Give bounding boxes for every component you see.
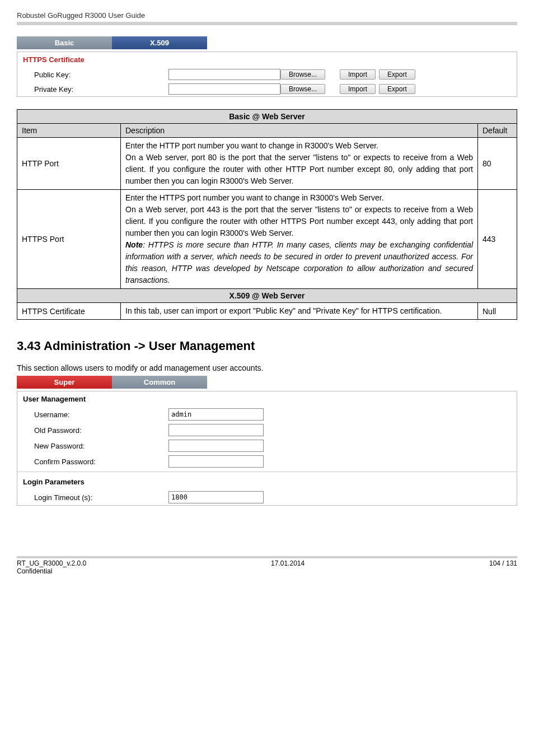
new-pw-row: New Password: [17, 438, 517, 454]
https-cert-desc: In this tab, user can import or export "… [121, 303, 478, 320]
user-mgmt-panel: User Management Username: Old Password: … [17, 391, 517, 506]
page-footer: RT_UG_R3000_v.2.0.0 Confidential 17.01.2… [17, 556, 517, 575]
confirm-password-input[interactable] [168, 455, 264, 468]
private-export-button[interactable]: Export [379, 84, 415, 94]
private-key-row: Private Key: Browse... Import Export [17, 82, 517, 96]
footer-doc-id: RT_UG_R3000_v.2.0.0 [17, 559, 86, 567]
confirm-pw-row: Confirm Password: [17, 454, 517, 469]
login-timeout-input[interactable] [168, 491, 264, 503]
table-header-main: Basic @ Web Server [17, 110, 517, 124]
private-import-button[interactable]: Import [340, 84, 376, 94]
col-default: Default [478, 124, 517, 138]
http-port-desc: Enter the HTTP port number you want to c… [121, 138, 478, 190]
timeout-row: Login Timeout (s): [17, 489, 517, 505]
cert-tabs: Basic X.509 [17, 36, 517, 49]
login-params-title: Login Parameters [17, 474, 517, 489]
footer-page: 104 / 131 [489, 559, 517, 575]
section-intro: This section allows users to modify or a… [17, 363, 517, 372]
https-port-item: HTTPS Port [17, 190, 121, 289]
doc-header: Robustel GoRugged R3000 User Guide [17, 11, 517, 25]
timeout-label: Login Timeout (s): [34, 493, 168, 502]
https-note-text: : HTTPS is more secure than HTTP. In man… [125, 240, 473, 284]
old-password-input[interactable] [168, 424, 264, 436]
username-row: Username: [17, 407, 517, 422]
footer-confidential: Confidential [17, 567, 52, 575]
public-key-row: Public Key: Browse... Import Export [17, 67, 517, 82]
public-browse-button[interactable]: Browse... [280, 69, 325, 80]
public-export-button[interactable]: Export [379, 69, 415, 80]
tab-x509[interactable]: X.509 [112, 36, 207, 49]
http-port-item: HTTP Port [17, 138, 121, 190]
username-label: Username: [34, 410, 168, 419]
new-pw-label: New Password: [34, 442, 168, 450]
tab-common[interactable]: Common [112, 376, 207, 389]
https-port-default: 443 [478, 190, 517, 289]
footer-left: RT_UG_R3000_v.2.0.0 Confidential [17, 559, 86, 575]
http-port-default: 80 [478, 138, 517, 190]
table-row: HTTPS Port Enter the HTTPS port number y… [17, 190, 517, 289]
username-input[interactable] [168, 408, 264, 421]
private-key-input[interactable] [168, 83, 280, 95]
col-desc: Description [121, 124, 478, 138]
https-cert-panel: HTTPS Certificate Public Key: Browse... … [17, 52, 517, 97]
https-cert-default: Null [478, 303, 517, 320]
public-key-label: Public Key: [34, 71, 168, 79]
table-row: HTTPS Certificate In this tab, user can … [17, 303, 517, 320]
public-key-input[interactable] [168, 69, 280, 80]
https-port-desc: Enter the HTTPS port number you want to … [121, 190, 478, 289]
table-title: Basic @ Web Server [17, 110, 517, 124]
table-title-x509: X.509 @ Web Server [17, 289, 517, 303]
um-tabs: Super Common [17, 376, 517, 389]
footer-date: 17.01.2014 [86, 559, 489, 575]
new-password-input[interactable] [168, 440, 264, 452]
old-pw-row: Old Password: [17, 422, 517, 438]
https-cert-title: HTTPS Certificate [17, 52, 517, 67]
private-browse-button[interactable]: Browse... [280, 84, 325, 94]
web-server-table: Basic @ Web Server Item Description Defa… [17, 109, 517, 320]
https-cert-item: HTTPS Certificate [17, 303, 121, 320]
confirm-pw-label: Confirm Password: [34, 458, 168, 466]
table-row: HTTP Port Enter the HTTP port number you… [17, 138, 517, 190]
private-key-label: Private Key: [34, 85, 168, 94]
user-mgmt-title: User Management [17, 391, 517, 407]
public-import-button[interactable]: Import [340, 69, 376, 80]
section-heading: 3.43 Administration -> User Management [17, 339, 517, 353]
https-port-desc-plain: Enter the HTTPS port number you want to … [125, 193, 473, 237]
table-cols: Item Description Default [17, 124, 517, 138]
table-header-x509: X.509 @ Web Server [17, 289, 517, 303]
col-item: Item [17, 124, 121, 138]
tab-super[interactable]: Super [17, 376, 112, 389]
https-note-label: Note [125, 240, 143, 249]
old-pw-label: Old Password: [34, 426, 168, 435]
tab-basic[interactable]: Basic [17, 36, 112, 49]
